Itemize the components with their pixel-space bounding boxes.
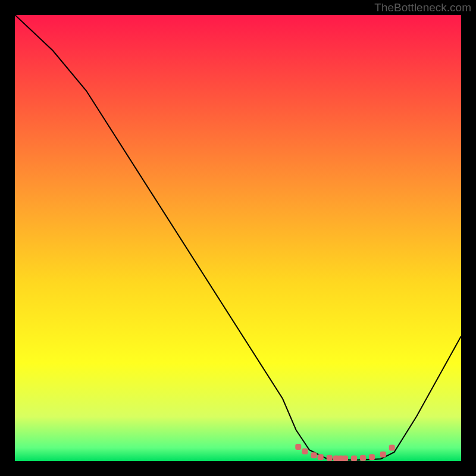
marker-point [311,452,317,458]
bottleneck-curve [15,15,461,461]
marker-point [302,449,308,455]
marker-point [389,445,395,451]
marker-point [360,455,366,461]
marker-point [380,452,386,458]
marker-point [342,456,348,462]
marker-point [318,454,324,460]
plot-area [15,15,461,461]
marker-point [351,456,357,462]
curve-layer [15,15,461,461]
marker-point [327,455,333,461]
chart-container: TheBottleneck.com [0,0,476,476]
watermark-text: TheBottleneck.com [374,1,471,14]
marker-point [369,454,375,460]
marker-point [295,444,301,450]
